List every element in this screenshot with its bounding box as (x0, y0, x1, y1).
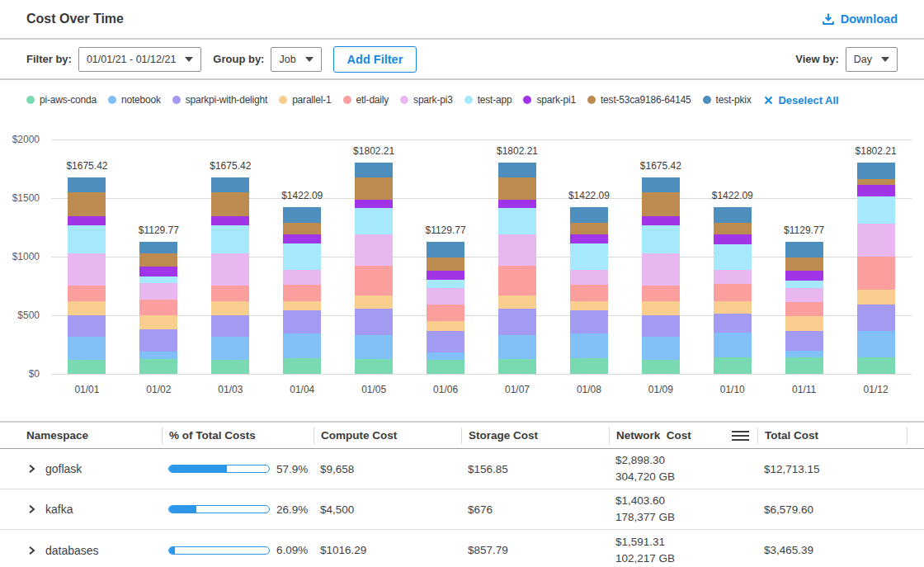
legend-item[interactable]: test-pkix (703, 94, 752, 106)
bar-segment-sparkpi-with-delight[interactable] (283, 310, 321, 334)
bar-segment-parallel-1[interactable] (68, 301, 106, 315)
bar-segment-test-53ca9186-64145[interactable] (570, 223, 608, 234)
bar-segment-notebook[interactable] (211, 337, 249, 360)
bar-segment-test-pkix[interactable] (68, 177, 106, 192)
bar-segment-test-pkix[interactable] (857, 163, 895, 179)
bar-segment-spark-pi3[interactable] (642, 253, 680, 285)
date-range-select[interactable]: 01/01/21 - 01/12/21 (78, 47, 201, 72)
bar-segment-notebook[interactable] (857, 331, 895, 357)
bar-segment-etl-daily[interactable] (642, 286, 680, 302)
bar-segment-test-app[interactable] (570, 243, 608, 269)
bar-segment-parallel-1[interactable] (427, 321, 464, 331)
bar-segment-notebook[interactable] (570, 333, 608, 358)
namespace-cell[interactable]: goflask (0, 462, 162, 475)
bar-segment-test-app[interactable] (355, 208, 393, 234)
bar-segment-spark-pi1[interactable] (355, 200, 393, 208)
bar-segment-etl-daily[interactable] (857, 257, 895, 290)
bar-segment-spark-pi3[interactable] (427, 288, 464, 305)
bar-segment-pi-aws-conda[interactable] (785, 357, 823, 374)
bar-segment-etl-daily[interactable] (283, 285, 321, 301)
namespace-cell[interactable]: databases (0, 544, 162, 557)
bar-segment-sparkpi-with-delight[interactable] (139, 329, 177, 352)
bar-segment-sparkpi-with-delight[interactable] (857, 305, 895, 331)
bar-segment-test-pkix[interactable] (211, 177, 249, 192)
bar-segment-etl-daily[interactable] (785, 302, 823, 316)
stacked-bar[interactable]: $1129.77 (427, 242, 464, 374)
legend-item[interactable]: test-app (464, 94, 512, 106)
bar-segment-test-app[interactable] (857, 196, 895, 224)
bar-segment-test-53ca9186-64145[interactable] (211, 192, 249, 216)
bar-segment-test-app[interactable] (427, 280, 464, 288)
stacked-bar[interactable]: $1802.21 (355, 163, 393, 374)
bar-segment-spark-pi1[interactable] (427, 271, 464, 280)
bar-segment-test-53ca9186-64145[interactable] (139, 253, 177, 267)
bar-segment-parallel-1[interactable] (498, 295, 536, 309)
bar-segment-etl-daily[interactable] (714, 284, 752, 301)
bar-segment-spark-pi3[interactable] (857, 224, 895, 257)
bar-segment-sparkpi-with-delight[interactable] (714, 314, 752, 333)
bar-segment-pi-aws-conda[interactable] (570, 358, 608, 374)
bar-segment-spark-pi3[interactable] (139, 283, 177, 300)
legend-item[interactable]: sparkpi-with-delight (172, 94, 267, 106)
bar-segment-spark-pi1[interactable] (498, 200, 536, 208)
bar-segment-test-53ca9186-64145[interactable] (283, 223, 321, 234)
bar-segment-test-app[interactable] (642, 225, 680, 253)
bar-segment-notebook[interactable] (642, 337, 680, 360)
bar-segment-notebook[interactable] (714, 333, 752, 357)
namespace-cell[interactable]: kafka (0, 503, 162, 516)
bar-segment-etl-daily[interactable] (139, 300, 177, 316)
stacked-bar[interactable]: $1129.77 (785, 242, 823, 374)
bar-segment-notebook[interactable] (283, 333, 321, 358)
bar-segment-sparkpi-with-delight[interactable] (642, 315, 680, 337)
add-filter-button[interactable]: Add Filter (333, 46, 417, 73)
chevron-right-icon[interactable] (26, 546, 36, 555)
bar-segment-test-pkix[interactable] (139, 242, 177, 253)
bar-segment-sparkpi-with-delight[interactable] (68, 315, 106, 337)
legend-item[interactable]: pi-aws-conda (26, 94, 97, 106)
stacked-bar[interactable]: $1802.21 (857, 163, 895, 374)
bar-segment-spark-pi1[interactable] (570, 234, 608, 243)
bar-segment-test-pkix[interactable] (570, 207, 608, 223)
bar-segment-spark-pi1[interactable] (68, 216, 106, 225)
bar-segment-pi-aws-conda[interactable] (283, 358, 321, 374)
bar-segment-pi-aws-conda[interactable] (68, 360, 106, 374)
bar-segment-test-pkix[interactable] (355, 163, 393, 177)
download-button[interactable]: Download (822, 12, 898, 26)
bar-segment-test-pkix[interactable] (785, 242, 823, 258)
bar-segment-spark-pi3[interactable] (498, 234, 536, 266)
bar-segment-pi-aws-conda[interactable] (498, 359, 536, 374)
bar-segment-test-pkix[interactable] (714, 207, 752, 223)
legend-item[interactable]: test-53ca9186-64145 (587, 94, 691, 106)
bar-segment-test-app[interactable] (211, 225, 249, 253)
legend-item[interactable]: parallel-1 (279, 94, 331, 106)
bar-segment-notebook[interactable] (355, 335, 393, 359)
bar-segment-pi-aws-conda[interactable] (139, 359, 177, 374)
bar-segment-test-53ca9186-64145[interactable] (498, 177, 536, 200)
column-header-total-cost[interactable]: Total Cost (757, 428, 908, 444)
bar-segment-test-pkix[interactable] (642, 177, 680, 192)
bar-segment-parallel-1[interactable] (714, 301, 752, 313)
group-by-select[interactable]: Job (271, 47, 321, 72)
bar-segment-spark-pi3[interactable] (570, 270, 608, 285)
bar-segment-test-53ca9186-64145[interactable] (857, 179, 895, 185)
stacked-bar[interactable]: $1675.42 (211, 177, 249, 374)
column-header-namespace[interactable]: Namespace (0, 428, 162, 444)
bar-segment-sparkpi-with-delight[interactable] (427, 331, 464, 353)
bar-segment-spark-pi3[interactable] (283, 270, 321, 285)
stacked-bar[interactable]: $1802.21 (498, 163, 536, 374)
bar-segment-test-app[interactable] (283, 243, 321, 269)
bar-segment-spark-pi1[interactable] (857, 185, 895, 196)
deselect-all-button[interactable]: Deselect All (764, 94, 838, 106)
bar-segment-test-53ca9186-64145[interactable] (68, 192, 106, 216)
bar-segment-notebook[interactable] (139, 352, 177, 359)
column-header-network-cost[interactable]: Network Cost (609, 428, 757, 444)
bar-segment-pi-aws-conda[interactable] (642, 360, 680, 374)
bar-segment-spark-pi1[interactable] (785, 271, 823, 281)
chevron-right-icon[interactable] (26, 464, 36, 474)
bar-segment-etl-daily[interactable] (570, 285, 608, 301)
stacked-bar[interactable]: $1675.42 (68, 177, 106, 374)
bar-segment-pi-aws-conda[interactable] (355, 359, 393, 374)
bar-segment-spark-pi3[interactable] (714, 270, 752, 284)
bar-segment-pi-aws-conda[interactable] (427, 360, 464, 374)
bar-segment-notebook[interactable] (427, 352, 464, 360)
